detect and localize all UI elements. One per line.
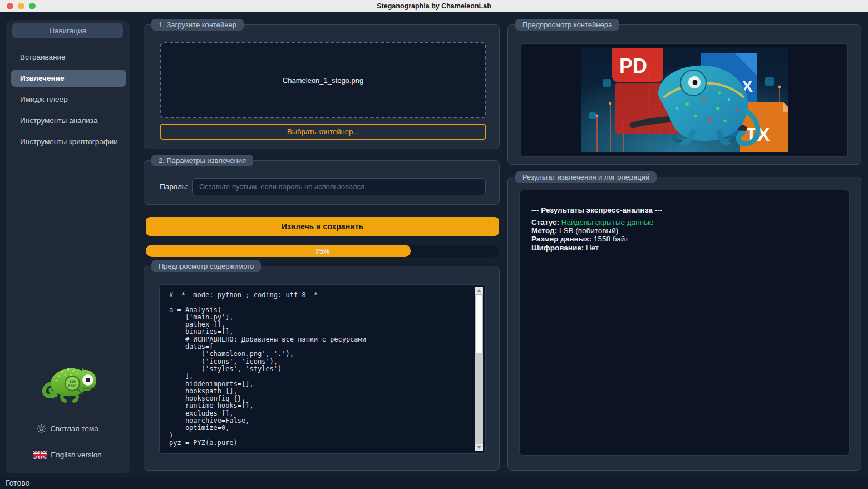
code-scrollbar[interactable]: [475, 287, 483, 451]
dropzone-filename: Chameleon_1_stego.png: [283, 76, 363, 85]
theme-toggle[interactable]: Светлая тема: [6, 424, 130, 433]
sidebar-item-4[interactable]: Инструменты криптографии: [11, 133, 126, 150]
log-header: --- Результаты экспресс-анализа ---: [531, 206, 838, 214]
log-entry: Статус: Найдены скрытые данные: [531, 218, 838, 226]
progress-bar: 75%: [146, 245, 499, 257]
container-preview-frame: PD DO X TX: [521, 43, 848, 157]
log-entry: Шифрование: Нет: [531, 244, 838, 252]
container-preview-group-title: Предпросмотр контейнера: [515, 19, 619, 31]
status-text: Готово: [6, 478, 29, 487]
log-entries: Статус: Найдены скрытые данныеМетод: LSB…: [531, 218, 838, 252]
uk-flag-icon: [33, 451, 47, 459]
titlebar: Steganographia by ChameleonLab: [0, 0, 868, 12]
minimize-window-button[interactable]: [18, 3, 24, 9]
scroll-up-arrow-icon[interactable]: [475, 287, 483, 294]
sidebar-item-2[interactable]: Имидж-плеер: [11, 91, 126, 108]
progress-percent-label: 75%: [146, 245, 499, 257]
code-preview-viewer[interactable]: # -*- mode: python ; coding: utf-8 -*- a…: [159, 284, 486, 454]
sidebar-nav: ВстраиваниеИзвлечениеИмидж-плеерИнструме…: [6, 48, 130, 150]
app-window: Steganographia by ChameleonLab Навигация…: [0, 0, 868, 489]
sidebar-item-1[interactable]: Извлечение: [11, 70, 126, 87]
extraction-params-group: 2. Параметры извлечения Пароль:: [144, 160, 500, 205]
code-preview-text: # -*- mode: python ; coding: utf-8 -*- a…: [169, 292, 466, 454]
log-entry: Метод: LSB (побитовый): [531, 226, 838, 235]
load-container-group: 1. Загрузите контейнер Chameleon_1_stego…: [144, 24, 500, 149]
svg-text:0101: 0101: [68, 384, 77, 388]
svg-text:110: 110: [69, 379, 76, 384]
svg-text:PD: PD: [619, 55, 647, 77]
window-title: Steganographia by ChameleonLab: [377, 2, 491, 10]
traffic-lights: [7, 3, 36, 9]
password-label: Пароль:: [160, 182, 188, 191]
results-log-group-title: Результат извлечения и лог операций: [515, 171, 657, 183]
container-preview-image: PD DO X TX: [581, 48, 788, 152]
load-container-group-title: 1. Загрузите контейнер: [151, 19, 244, 31]
password-input[interactable]: [192, 178, 486, 195]
sun-icon: [37, 424, 46, 433]
theme-toggle-label: Светлая тема: [50, 424, 98, 433]
language-toggle-label: English version: [51, 451, 102, 459]
maximize-window-button[interactable]: [29, 3, 36, 9]
sidebar-item-3[interactable]: Инструменты анализа: [11, 112, 126, 129]
language-toggle[interactable]: English version: [6, 451, 130, 459]
container-preview-group: Предпросмотр контейнера: [507, 24, 861, 165]
close-window-button[interactable]: [7, 3, 13, 9]
container-dropzone[interactable]: Chameleon_1_stego.png: [160, 42, 486, 118]
choose-container-button[interactable]: Выбрать контейнер...: [160, 124, 486, 140]
scrollbar-thumb[interactable]: [475, 294, 483, 353]
results-log-box: --- Результаты экспресс-анализа --- Стат…: [519, 190, 850, 456]
extraction-params-group-title: 2. Параметры извлечения: [151, 155, 253, 166]
log-entry: Размер данных: 1558 байт: [531, 235, 838, 243]
sidebar-header: Навигация: [12, 23, 123, 38]
sidebar: Навигация ВстраиваниеИзвлечениеИмидж-пле…: [6, 20, 130, 473]
results-log-group: Результат извлечения и лог операций --- …: [507, 177, 861, 471]
content-preview-group-title: Предпросмотр содержимого: [151, 260, 261, 272]
statusbar: Готово: [0, 477, 868, 489]
content-preview-group: Предпросмотр содержимого # -*- mode: pyt…: [144, 266, 500, 471]
scroll-down-arrow-icon[interactable]: [475, 444, 483, 451]
sidebar-item-0[interactable]: Встраивание: [11, 48, 126, 66]
extract-save-button[interactable]: Извлечь и сохранить: [146, 217, 499, 236]
chameleon-logo: 110 0101: [37, 356, 99, 414]
